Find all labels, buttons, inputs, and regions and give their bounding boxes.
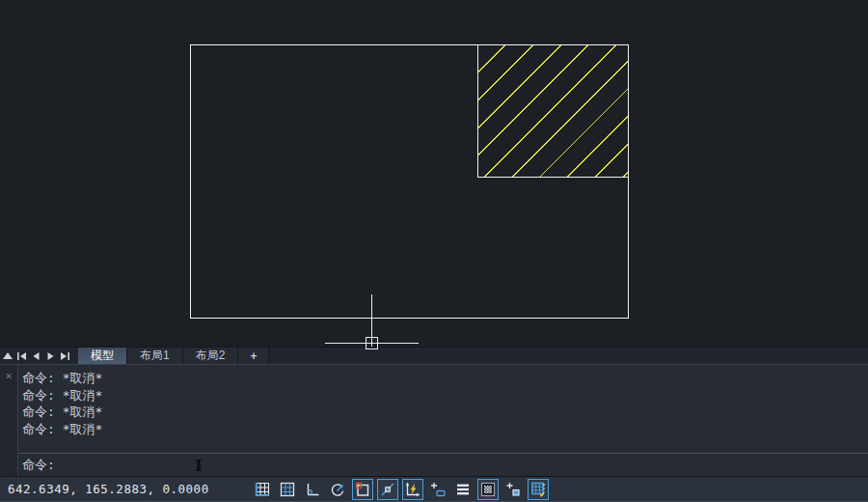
selection-cycling-icon[interactable]	[502, 479, 524, 500]
status-bar: 642.6349, 165.2883, 0.0000	[0, 476, 868, 502]
prev-tab-icon[interactable]	[29, 348, 43, 364]
command-history-line: 命令: *取消*	[22, 421, 868, 438]
command-input-row[interactable]: 命令: I	[18, 453, 868, 476]
command-history-line: 命令: *取消*	[22, 404, 868, 421]
grid-display-icon[interactable]	[252, 479, 273, 500]
tab-model-label: 模型	[91, 348, 114, 364]
first-tab-icon[interactable]	[14, 348, 29, 364]
command-window-grip[interactable]: ✕	[0, 365, 18, 476]
command-history-line: 命令: *取消*	[22, 387, 868, 404]
command-history-area: 命令: *取消* 命令: *取消* 命令: *取消* 命令: *取消* 命令: …	[18, 365, 868, 476]
tab-layout1[interactable]: 布局1	[127, 348, 183, 364]
tab-layout1-label: 布局1	[140, 348, 170, 364]
polar-tracking-icon[interactable]	[327, 479, 348, 500]
command-prompt: 命令:	[18, 457, 55, 474]
tab-model[interactable]: 模型	[78, 348, 127, 364]
tab-add-layout-label: +	[250, 349, 257, 363]
dynamic-input-icon[interactable]	[402, 479, 423, 500]
status-toggle-buttons	[252, 479, 549, 500]
crosshair-pickbox	[366, 337, 378, 349]
coordinate-readout[interactable]: 642.6349, 165.2883, 0.0000	[8, 482, 209, 496]
lineweight-display-icon[interactable]	[452, 479, 474, 500]
command-history: 命令: *取消* 命令: *取消* 命令: *取消* 命令: *取消*	[18, 365, 868, 453]
expand-up-icon[interactable]	[0, 348, 14, 364]
cad-application-window: 模型 布局1 布局2 + ✕ 命令: *取消* 命令: *取消* 命令: *取消…	[0, 0, 868, 502]
command-window: ✕ 命令: *取消* 命令: *取消* 命令: *取消* 命令: *取消* 命令…	[0, 364, 868, 476]
object-snap-tracking-icon[interactable]	[377, 479, 398, 500]
tab-layout2[interactable]: 布局2	[183, 348, 239, 364]
layout-tab-bar: 模型 布局1 布局2 +	[0, 347, 868, 364]
ortho-mode-icon[interactable]	[302, 479, 323, 500]
next-tab-icon[interactable]	[43, 348, 58, 364]
drawing-canvas[interactable]	[0, 0, 868, 347]
ibeam-cursor-icon: I	[195, 456, 203, 475]
last-tab-icon[interactable]	[58, 348, 72, 364]
snap-grid-icon[interactable]	[277, 479, 298, 500]
close-icon[interactable]: ✕	[5, 370, 12, 476]
show-lineweight-icon[interactable]	[427, 479, 448, 500]
command-history-line: 命令: *取消*	[22, 370, 868, 387]
hatched-rectangle[interactable]	[477, 44, 629, 178]
tab-layout2-label: 布局2	[196, 348, 226, 364]
tab-add-layout[interactable]: +	[238, 348, 269, 364]
object-snap-icon[interactable]	[352, 479, 373, 500]
annotation-monitor-icon[interactable]	[528, 479, 549, 500]
transparency-icon[interactable]	[477, 479, 499, 500]
